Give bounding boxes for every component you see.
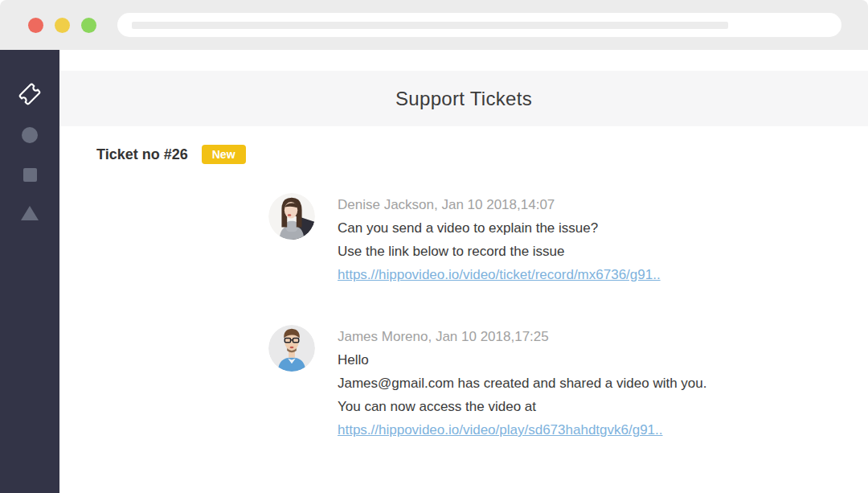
sidebar: [0, 50, 59, 493]
sidebar-item-tickets[interactable]: [19, 84, 40, 105]
main-content: Support Tickets Ticket no #26 New: [59, 50, 868, 493]
status-badge: New: [202, 145, 246, 164]
message-text-line: You can now access the video at: [338, 395, 707, 418]
page-header: Support Tickets: [59, 71, 868, 126]
message-text-line: Use the link below to record the issue: [338, 240, 661, 263]
browser-window: Support Tickets Ticket no #26 New: [0, 0, 868, 493]
sidebar-item-square[interactable]: [23, 168, 37, 182]
zoom-window-button[interactable]: [81, 18, 96, 33]
close-window-button[interactable]: [28, 18, 43, 33]
traffic-lights: [28, 18, 96, 33]
record-video-link[interactable]: https.//hippovideo.io/video/ticket/recor…: [338, 263, 661, 286]
browser-title-bar: [0, 0, 868, 50]
message-thread: Denise Jackson, Jan 10 2018,14:07 Can yo…: [268, 193, 868, 442]
message-text-line: Hello: [338, 348, 707, 372]
content-top-strip: [59, 50, 868, 71]
message-author-timestamp: James Moreno, Jan 10 2018,17:25: [338, 325, 707, 348]
url-placeholder-bar: [132, 22, 728, 29]
url-bar[interactable]: [117, 13, 841, 37]
sidebar-item-circle[interactable]: [22, 127, 38, 143]
ticket-icon: [19, 93, 40, 107]
minimize-window-button[interactable]: [55, 18, 70, 33]
denise-avatar-image: [268, 193, 315, 240]
ticket-number-label: Ticket no #26: [96, 146, 188, 163]
ticket-header-row: Ticket no #26 New: [96, 145, 868, 164]
avatar: [268, 325, 315, 372]
message-text-line: Can you send a video to explain the issu…: [338, 216, 661, 240]
message-item: Denise Jackson, Jan 10 2018,14:07 Can yo…: [268, 193, 868, 286]
avatar: [268, 193, 315, 240]
message-author-timestamp: Denise Jackson, Jan 10 2018,14:07: [338, 193, 661, 216]
play-video-link[interactable]: https.//hippovideo.io/video/play/sd673ha…: [338, 418, 663, 442]
sidebar-item-triangle[interactable]: [21, 206, 39, 220]
page-title: Support Tickets: [395, 88, 532, 110]
message-item: James Moreno, Jan 10 2018,17:25 Hello Ja…: [268, 325, 868, 442]
message-text-line: James@gmail.com has created and shared a…: [338, 372, 707, 395]
james-avatar-image: [268, 325, 315, 372]
